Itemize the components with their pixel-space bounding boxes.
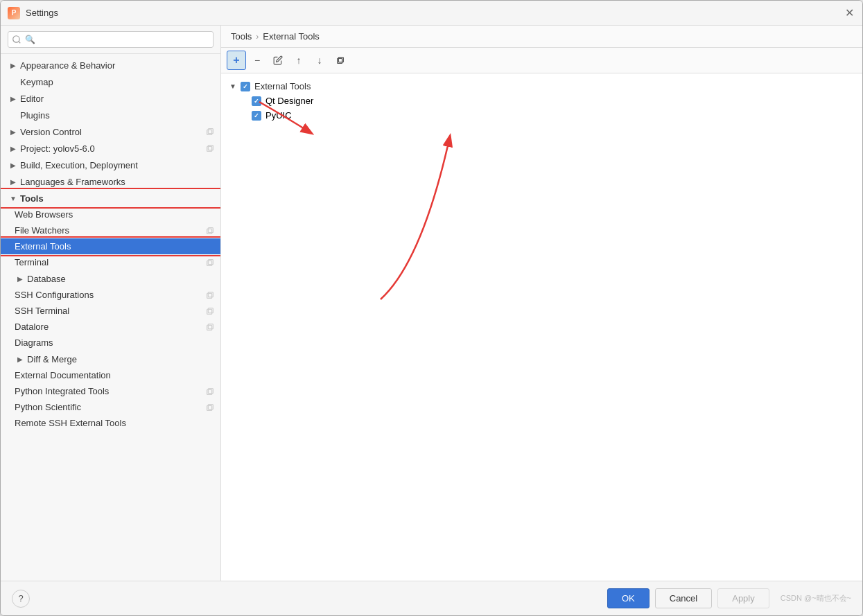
main-panel-wrapper: Tools › External Tools + − ↑ ↓ — [221, 26, 862, 581]
sidebar-item-label: Appearance & Behavior — [20, 60, 115, 71]
breadcrumb: Tools › External Tools — [221, 26, 862, 48]
sidebar-item-label: File Watchers — [15, 225, 69, 236]
content-area: ▶ Appearance & Behavior Keymap ▶ Editor … — [1, 26, 862, 581]
qt-designer-label: Qt Designer — [265, 96, 313, 106]
search-box — [1, 26, 220, 54]
sidebar-item-python-scientific[interactable]: Python Scientific — [1, 399, 220, 415]
sidebar-item-label: Database — [27, 274, 66, 284]
app-icon: P — [8, 7, 20, 19]
breadcrumb-parent[interactable]: Tools — [231, 31, 252, 42]
sidebar-item-terminal[interactable]: Terminal — [1, 254, 220, 270]
sidebar-item-python-integrated-tools[interactable]: Python Integrated Tools — [1, 383, 220, 399]
sidebar-item-project[interactable]: ▶ Project: yolov5-6.0 — [1, 140, 220, 157]
sidebar-item-web-browsers[interactable]: Web Browsers — [1, 206, 220, 222]
svg-rect-5 — [208, 227, 213, 232]
title-bar-left: P Settings — [8, 7, 58, 19]
sidebar-item-label: Project: yolov5-6.0 — [20, 143, 95, 154]
sidebar-item-ssh-configurations[interactable]: SSH Configurations — [1, 287, 220, 303]
sidebar-item-keymap[interactable]: Keymap — [1, 73, 220, 90]
add-btn-wrapper: + — [227, 51, 246, 70]
sidebar: ▶ Appearance & Behavior Keymap ▶ Editor … — [1, 26, 221, 581]
sidebar-item-label: Remote SSH External Tools — [15, 418, 126, 428]
sidebar-item-label: External Documentation — [15, 370, 111, 380]
copy-button[interactable] — [331, 51, 350, 70]
svg-rect-1 — [208, 129, 213, 134]
svg-rect-18 — [338, 58, 342, 63]
title-bar: P Settings ✕ — [1, 1, 862, 26]
toggle-icon: ▶ — [8, 176, 19, 187]
sidebar-item-label: Terminal — [15, 257, 49, 267]
copy-toolbar-icon — [335, 55, 345, 65]
sidebar-item-label: Diff & Merge — [27, 354, 77, 364]
toggle-icon — [8, 109, 19, 121]
pyuic-checkbox[interactable] — [252, 111, 261, 121]
sidebar-item-database[interactable]: ▶ Database — [1, 270, 220, 287]
sidebar-item-label: Diagrams — [15, 337, 53, 348]
sidebar-item-label: Python Integrated Tools — [15, 386, 109, 396]
sidebar-item-editor[interactable]: ▶ Editor — [1, 90, 220, 107]
sidebar-item-label: SSH Configurations — [15, 290, 94, 300]
sidebar-item-label: Plugins — [20, 110, 50, 121]
sidebar-item-ssh-terminal[interactable]: SSH Terminal — [1, 303, 220, 319]
svg-rect-16 — [207, 405, 212, 410]
content-tree-group[interactable]: ▼ External Tools — [224, 79, 860, 94]
remove-button[interactable]: − — [247, 51, 267, 70]
content-tree-item-pyuic[interactable]: PyUIC — [224, 108, 860, 123]
svg-rect-17 — [208, 404, 213, 409]
svg-rect-19 — [338, 58, 343, 62]
sidebar-tree: ▶ Appearance & Behavior Keymap ▶ Editor … — [1, 54, 220, 581]
close-button[interactable]: ✕ — [843, 7, 855, 19]
sidebar-item-external-tools[interactable]: External Tools — [1, 238, 220, 254]
sidebar-item-appearance[interactable]: ▶ Appearance & Behavior — [1, 57, 220, 73]
move-up-button[interactable]: ↑ — [289, 51, 308, 70]
sidebar-item-tools[interactable]: ▼ Tools — [1, 190, 220, 206]
toggle-icon: ▶ — [8, 126, 19, 137]
main-panel: Tools › External Tools + − ↑ ↓ — [221, 26, 862, 581]
sidebar-item-remote-ssh-external-tools[interactable]: Remote SSH External Tools — [1, 415, 220, 431]
cancel-button[interactable]: Cancel — [655, 588, 712, 608]
toggle-icon — [8, 76, 19, 87]
toggle-icon: ▶ — [15, 353, 26, 364]
svg-rect-9 — [208, 292, 213, 297]
sidebar-item-label: Keymap — [20, 77, 53, 87]
window-title: Settings — [26, 8, 58, 18]
search-input[interactable] — [8, 31, 213, 48]
copy-icon — [205, 258, 215, 267]
apply-button[interactable]: Apply — [717, 588, 769, 608]
svg-rect-13 — [208, 324, 213, 328]
svg-rect-4 — [207, 229, 212, 234]
sidebar-item-plugins[interactable]: Plugins — [1, 107, 220, 123]
svg-rect-3 — [208, 146, 213, 150]
breadcrumb-current: External Tools — [263, 31, 319, 42]
sidebar-item-version-control[interactable]: ▶ Version Control — [1, 123, 220, 140]
help-button[interactable]: ? — [12, 590, 30, 608]
svg-rect-6 — [207, 261, 212, 265]
toggle-icon: ▶ — [8, 159, 19, 170]
copy-icon — [205, 290, 215, 300]
content-tree: ▼ External Tools Qt Designer PyUIC — [221, 73, 862, 581]
copy-icon — [205, 306, 215, 316]
sidebar-item-external-documentation[interactable]: External Documentation — [1, 367, 220, 383]
svg-rect-10 — [207, 309, 212, 314]
group-label: External Tools — [254, 81, 311, 91]
sidebar-item-datalore[interactable]: Datalore — [1, 319, 220, 335]
move-down-button[interactable]: ↓ — [310, 51, 329, 70]
content-tree-item-qt-designer[interactable]: Qt Designer — [224, 94, 860, 108]
sidebar-item-label: Editor — [20, 94, 44, 104]
group-checkbox[interactable] — [241, 82, 250, 91]
sidebar-item-label: Build, Execution, Deployment — [20, 160, 138, 170]
sidebar-item-diff-merge[interactable]: ▶ Diff & Merge — [1, 351, 220, 367]
ok-button[interactable]: OK — [607, 588, 650, 608]
add-button[interactable]: + — [227, 51, 246, 70]
sidebar-item-build[interactable]: ▶ Build, Execution, Deployment — [1, 157, 220, 173]
sidebar-item-diagrams[interactable]: Diagrams — [1, 335, 220, 351]
svg-rect-7 — [208, 259, 213, 264]
copy-icon — [205, 226, 215, 236]
edit-button[interactable] — [268, 51, 288, 70]
qt-designer-checkbox[interactable] — [252, 96, 261, 106]
sidebar-item-file-watchers[interactable]: File Watchers — [1, 222, 220, 238]
sidebar-item-languages[interactable]: ▶ Languages & Frameworks — [1, 173, 220, 190]
sidebar-item-label: Python Scientific — [15, 402, 81, 412]
svg-rect-14 — [207, 389, 212, 394]
sidebar-item-label: Web Browsers — [15, 209, 73, 220]
